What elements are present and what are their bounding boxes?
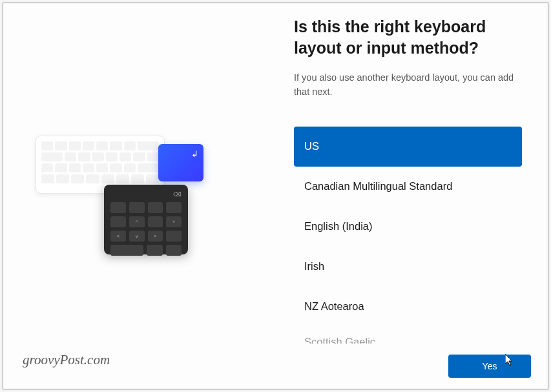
layout-option-english-india[interactable]: English (India) xyxy=(294,207,522,247)
layout-option-us[interactable]: US xyxy=(294,127,522,167)
yes-button[interactable]: Yes xyxy=(448,355,531,378)
page-subtitle: If you also use another keyboard layout,… xyxy=(294,71,548,99)
content-pane: Is this the right keyboard layout or inp… xyxy=(294,3,548,389)
watermark-text: groovyPost.com xyxy=(23,352,110,368)
enter-icon: ↲ xyxy=(191,149,198,159)
oobe-window: ↲ ⌫ ^+ <v> Is this the right keyboard la… xyxy=(3,3,548,389)
dark-numpad-graphic: ⌫ ^+ <v> xyxy=(104,185,188,254)
layout-option-irish[interactable]: Irish xyxy=(294,247,522,287)
blue-device-graphic: ↲ xyxy=(158,144,203,181)
illustration-pane: ↲ ⌫ ^+ <v> xyxy=(3,3,294,389)
layout-option-nz[interactable]: NZ Aotearoa xyxy=(294,287,522,327)
layout-option-canadian[interactable]: Canadian Multilingual Standard xyxy=(294,167,522,207)
page-title: Is this the right keyboard layout or inp… xyxy=(294,16,548,58)
